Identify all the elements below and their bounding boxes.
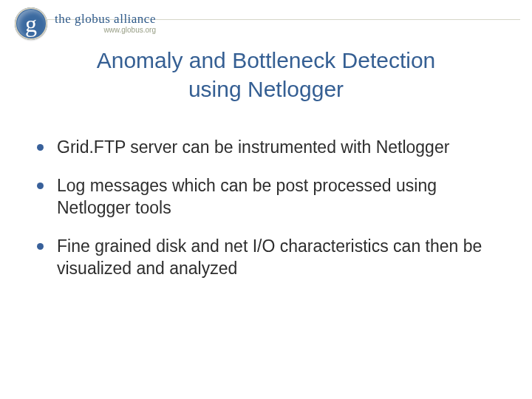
list-item: Grid.FTP server can be instrumented with… — [37, 137, 502, 159]
globus-logo: g the globus alliance www.globus.org — [15, 7, 156, 40]
bullet-text: Grid.FTP server can be instrumented with… — [57, 137, 502, 159]
bullet-icon — [37, 243, 44, 250]
slide-title-line1: Anomaly and Bottleneck Detection — [97, 48, 436, 72]
globus-logo-text: the globus alliance www.globus.org — [55, 13, 156, 34]
list-item: Fine grained disk and net I/O characteri… — [37, 236, 502, 280]
bullet-icon — [37, 183, 44, 189]
bullet-text: Log messages which can be post processed… — [57, 175, 502, 219]
globus-logo-glyph: g — [15, 7, 47, 40]
slide-title: Anomaly and Bottleneck Detection using N… — [0, 46, 532, 103]
bullet-list: Grid.FTP server can be instrumented with… — [37, 137, 502, 296]
logo-title: the globus alliance — [55, 13, 156, 26]
list-item: Log messages which can be post processed… — [37, 175, 502, 219]
slide-title-line2: using Netlogger — [188, 77, 344, 101]
bullet-icon — [37, 144, 44, 151]
logo-subtitle: www.globus.org — [55, 27, 156, 35]
bullet-text: Fine grained disk and net I/O characteri… — [57, 236, 502, 280]
